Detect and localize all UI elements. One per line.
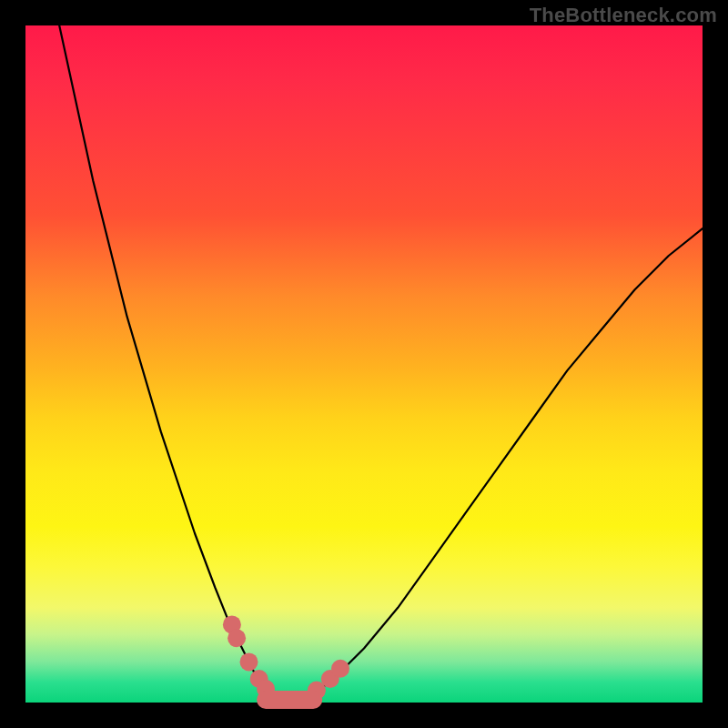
valley-markers — [223, 615, 349, 700]
right-curve — [303, 228, 703, 701]
curve-layer — [25, 25, 703, 703]
valley-marker-dot — [331, 660, 349, 678]
valley-marker-dot — [228, 629, 246, 647]
plot-area — [25, 25, 703, 703]
chart-frame: TheBottleneck.com — [0, 0, 728, 728]
watermark-text: TheBottleneck.com — [530, 4, 717, 27]
valley-marker-dot — [240, 652, 258, 671]
left-curve — [59, 25, 283, 701]
